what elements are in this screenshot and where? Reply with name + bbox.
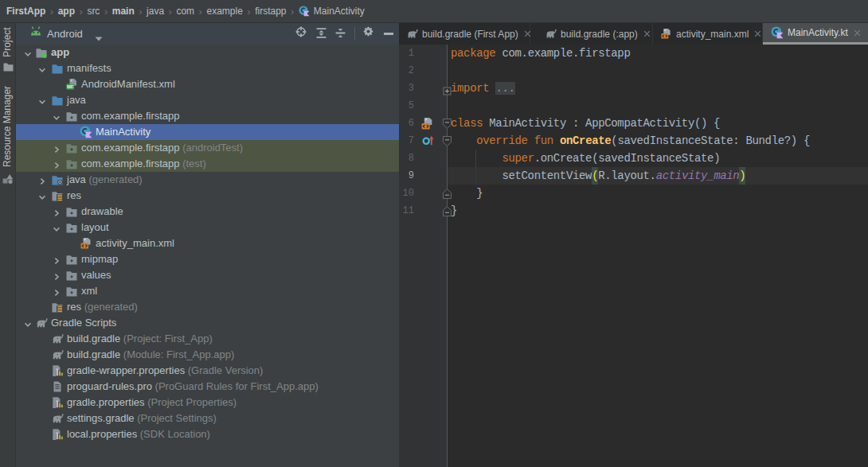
- svg-text:MF: MF: [67, 84, 74, 89]
